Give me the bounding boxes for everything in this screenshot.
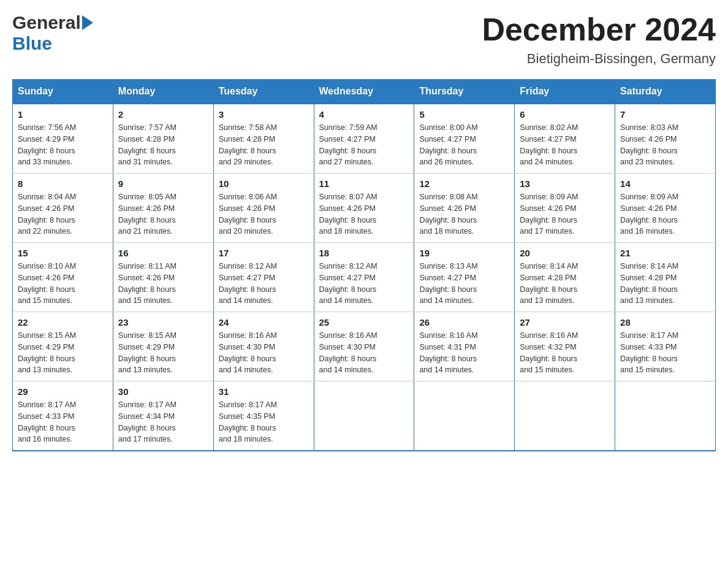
day-number: 25 (319, 317, 409, 327)
calendar-cell: 1 Sunrise: 7:56 AM Sunset: 4:29 PM Dayli… (13, 104, 113, 174)
column-header-monday: Monday (113, 80, 213, 104)
day-number: 12 (419, 178, 509, 189)
calendar-cell: 17 Sunrise: 8:12 AM Sunset: 4:27 PM Dayl… (213, 243, 314, 312)
day-number: 15 (18, 248, 108, 258)
calendar-cell (615, 381, 716, 451)
day-info: Sunrise: 8:16 AM Sunset: 4:30 PM Dayligh… (219, 330, 309, 376)
day-info: Sunrise: 8:16 AM Sunset: 4:31 PM Dayligh… (419, 330, 509, 376)
calendar-cell: 21 Sunrise: 8:14 AM Sunset: 4:28 PM Dayl… (615, 243, 716, 312)
day-number: 11 (319, 178, 409, 189)
calendar-cell: 11 Sunrise: 8:07 AM Sunset: 4:26 PM Dayl… (314, 174, 414, 243)
day-info: Sunrise: 8:09 AM Sunset: 4:26 PM Dayligh… (520, 191, 610, 237)
calendar-cell: 9 Sunrise: 8:05 AM Sunset: 4:26 PM Dayli… (113, 174, 213, 243)
day-info: Sunrise: 8:06 AM Sunset: 4:26 PM Dayligh… (219, 191, 309, 237)
day-number: 23 (118, 317, 208, 327)
calendar-cell: 5 Sunrise: 8:00 AM Sunset: 4:27 PM Dayli… (414, 104, 515, 174)
day-info: Sunrise: 8:04 AM Sunset: 4:26 PM Dayligh… (18, 191, 108, 237)
calendar-cell: 10 Sunrise: 8:06 AM Sunset: 4:26 PM Dayl… (213, 174, 314, 243)
calendar-subtitle: Bietigheim-Bissingen, Germany (482, 51, 716, 67)
column-header-friday: Friday (515, 80, 615, 104)
day-info: Sunrise: 8:14 AM Sunset: 4:28 PM Dayligh… (520, 261, 610, 307)
calendar-table: SundayMondayTuesdayWednesdayThursdayFrid… (12, 79, 716, 451)
calendar-week-row: 15 Sunrise: 8:10 AM Sunset: 4:26 PM Dayl… (13, 243, 716, 312)
day-info: Sunrise: 8:13 AM Sunset: 4:27 PM Dayligh… (419, 261, 509, 307)
calendar-cell: 29 Sunrise: 8:17 AM Sunset: 4:33 PM Dayl… (13, 381, 113, 451)
day-info: Sunrise: 8:15 AM Sunset: 4:29 PM Dayligh… (118, 330, 208, 376)
calendar-cell: 25 Sunrise: 8:16 AM Sunset: 4:30 PM Dayl… (314, 312, 414, 381)
day-info: Sunrise: 8:12 AM Sunset: 4:27 PM Dayligh… (219, 261, 309, 307)
column-header-tuesday: Tuesday (213, 80, 314, 104)
calendar-cell: 18 Sunrise: 8:12 AM Sunset: 4:27 PM Dayl… (314, 243, 414, 312)
calendar-cell: 13 Sunrise: 8:09 AM Sunset: 4:26 PM Dayl… (515, 174, 615, 243)
calendar-week-row: 29 Sunrise: 8:17 AM Sunset: 4:33 PM Dayl… (13, 381, 716, 451)
day-number: 9 (118, 178, 208, 189)
calendar-cell: 27 Sunrise: 8:16 AM Sunset: 4:32 PM Dayl… (515, 312, 615, 381)
day-number: 24 (219, 317, 309, 327)
day-info: Sunrise: 8:09 AM Sunset: 4:26 PM Dayligh… (620, 191, 710, 237)
day-info: Sunrise: 8:15 AM Sunset: 4:29 PM Dayligh… (18, 330, 108, 376)
day-number: 20 (520, 248, 610, 258)
day-info: Sunrise: 8:12 AM Sunset: 4:27 PM Dayligh… (319, 261, 409, 307)
day-number: 29 (18, 386, 108, 397)
calendar-cell: 4 Sunrise: 7:59 AM Sunset: 4:27 PM Dayli… (314, 104, 414, 174)
day-number: 2 (118, 109, 208, 120)
day-number: 8 (18, 178, 108, 189)
calendar-week-row: 8 Sunrise: 8:04 AM Sunset: 4:26 PM Dayli… (13, 174, 716, 243)
logo-triangle-icon (82, 15, 93, 30)
day-info: Sunrise: 8:02 AM Sunset: 4:27 PM Dayligh… (520, 122, 610, 168)
day-number: 7 (620, 109, 710, 120)
logo-general-text: General (12, 12, 81, 33)
day-number: 19 (419, 248, 509, 258)
calendar-week-row: 1 Sunrise: 7:56 AM Sunset: 4:29 PM Dayli… (13, 104, 716, 174)
day-number: 14 (620, 178, 710, 189)
calendar-cell (314, 381, 414, 451)
day-number: 30 (118, 386, 208, 397)
day-info: Sunrise: 8:10 AM Sunset: 4:26 PM Dayligh… (18, 261, 108, 307)
calendar-cell: 6 Sunrise: 8:02 AM Sunset: 4:27 PM Dayli… (515, 104, 615, 174)
calendar-cell (515, 381, 615, 451)
day-info: Sunrise: 8:17 AM Sunset: 4:33 PM Dayligh… (620, 330, 710, 376)
day-number: 1 (18, 109, 108, 120)
day-number: 17 (219, 248, 309, 258)
day-info: Sunrise: 8:17 AM Sunset: 4:34 PM Dayligh… (118, 399, 208, 445)
calendar-week-row: 22 Sunrise: 8:15 AM Sunset: 4:29 PM Dayl… (13, 312, 716, 381)
calendar-cell: 14 Sunrise: 8:09 AM Sunset: 4:26 PM Dayl… (615, 174, 716, 243)
column-header-saturday: Saturday (615, 80, 716, 104)
logo: General Blue (12, 12, 93, 54)
calendar-cell: 30 Sunrise: 8:17 AM Sunset: 4:34 PM Dayl… (113, 381, 213, 451)
day-info: Sunrise: 8:00 AM Sunset: 4:27 PM Dayligh… (419, 122, 509, 168)
day-info: Sunrise: 8:16 AM Sunset: 4:32 PM Dayligh… (520, 330, 610, 376)
calendar-cell (414, 381, 515, 451)
column-header-wednesday: Wednesday (314, 80, 414, 104)
calendar-cell: 3 Sunrise: 7:58 AM Sunset: 4:28 PM Dayli… (213, 104, 314, 174)
calendar-cell: 22 Sunrise: 8:15 AM Sunset: 4:29 PM Dayl… (13, 312, 113, 381)
calendar-cell: 19 Sunrise: 8:13 AM Sunset: 4:27 PM Dayl… (414, 243, 515, 312)
day-number: 31 (219, 386, 309, 397)
calendar-header-row: SundayMondayTuesdayWednesdayThursdayFrid… (13, 80, 716, 104)
calendar-cell: 28 Sunrise: 8:17 AM Sunset: 4:33 PM Dayl… (615, 312, 716, 381)
day-number: 16 (118, 248, 208, 258)
day-info: Sunrise: 7:58 AM Sunset: 4:28 PM Dayligh… (219, 122, 309, 168)
day-info: Sunrise: 8:03 AM Sunset: 4:26 PM Dayligh… (620, 122, 710, 168)
day-info: Sunrise: 8:08 AM Sunset: 4:26 PM Dayligh… (419, 191, 509, 237)
day-info: Sunrise: 7:56 AM Sunset: 4:29 PM Dayligh… (18, 122, 108, 168)
day-info: Sunrise: 7:57 AM Sunset: 4:28 PM Dayligh… (118, 122, 208, 168)
calendar-title: December 2024 (482, 12, 716, 47)
calendar-cell: 20 Sunrise: 8:14 AM Sunset: 4:28 PM Dayl… (515, 243, 615, 312)
day-number: 22 (18, 317, 108, 327)
day-number: 21 (620, 248, 710, 258)
day-number: 4 (319, 109, 409, 120)
calendar-cell: 26 Sunrise: 8:16 AM Sunset: 4:31 PM Dayl… (414, 312, 515, 381)
day-info: Sunrise: 8:17 AM Sunset: 4:33 PM Dayligh… (18, 399, 108, 445)
calendar-cell: 7 Sunrise: 8:03 AM Sunset: 4:26 PM Dayli… (615, 104, 716, 174)
day-number: 27 (520, 317, 610, 327)
title-block: December 2024 Bietigheim-Bissingen, Germ… (482, 12, 716, 67)
column-header-sunday: Sunday (13, 80, 113, 104)
day-info: Sunrise: 8:16 AM Sunset: 4:30 PM Dayligh… (319, 330, 409, 376)
day-number: 3 (219, 109, 309, 120)
calendar-cell: 15 Sunrise: 8:10 AM Sunset: 4:26 PM Dayl… (13, 243, 113, 312)
day-number: 6 (520, 109, 610, 120)
day-info: Sunrise: 7:59 AM Sunset: 4:27 PM Dayligh… (319, 122, 409, 168)
calendar-cell: 24 Sunrise: 8:16 AM Sunset: 4:30 PM Dayl… (213, 312, 314, 381)
calendar-cell: 31 Sunrise: 8:17 AM Sunset: 4:35 PM Dayl… (213, 381, 314, 451)
